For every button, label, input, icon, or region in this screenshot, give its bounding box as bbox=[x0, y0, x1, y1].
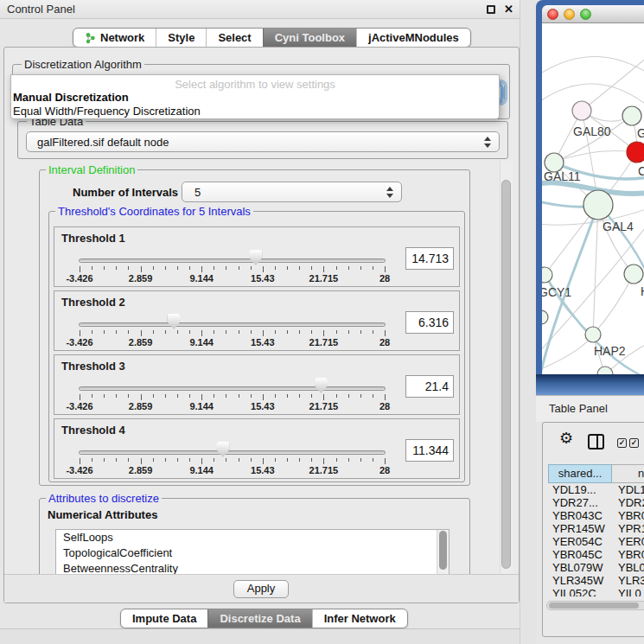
float-window-icon[interactable] bbox=[487, 5, 495, 14]
threshold-3-slider[interactable] bbox=[79, 386, 386, 391]
table-row[interactable]: YLR345WYLR3 bbox=[548, 574, 644, 587]
checkbox-icon[interactable]: ✓ bbox=[629, 438, 639, 448]
attribute-item[interactable]: TopologicalCoefficient bbox=[56, 545, 449, 561]
cell-name[interactable]: YPR1 bbox=[612, 522, 644, 535]
cell-shared-name[interactable]: YBR043C bbox=[548, 509, 612, 522]
tab-jactivemnodules[interactable]: jActiveMNodules bbox=[356, 29, 470, 47]
node-gal4[interactable] bbox=[583, 190, 613, 220]
bottom-tab-bar: Impute Data Discretize Data Infer Networ… bbox=[120, 609, 408, 628]
zoom-traffic-light-icon[interactable] bbox=[580, 9, 591, 20]
close-traffic-light-icon[interactable] bbox=[547, 9, 558, 20]
node-bottom[interactable] bbox=[597, 367, 613, 374]
tab-select[interactable]: Select bbox=[206, 29, 262, 47]
slider-thumb[interactable] bbox=[249, 250, 262, 265]
cell-shared-name[interactable]: YDR27... bbox=[548, 496, 612, 509]
scrollbar-thumb[interactable] bbox=[501, 180, 511, 569]
cell-name[interactable]: YER0 bbox=[612, 535, 644, 548]
tab-network[interactable]: Network bbox=[73, 29, 156, 47]
threshold-1-slider[interactable] bbox=[79, 258, 386, 263]
table-data-combobox[interactable]: galFiltered.sif default node bbox=[26, 131, 500, 152]
tick-mark bbox=[360, 330, 361, 334]
column-header-shared-name[interactable]: shared... bbox=[548, 464, 612, 483]
table-row[interactable]: YDL19...YDL1 bbox=[548, 483, 644, 496]
node-gcy1[interactable] bbox=[542, 267, 552, 283]
table-row[interactable]: YIL052CYIL0 bbox=[548, 587, 644, 596]
network-window-titlebar[interactable] bbox=[542, 5, 644, 23]
threshold-1-value-field[interactable]: 14.713 bbox=[405, 247, 454, 270]
tick-mark bbox=[153, 394, 154, 398]
tab-style[interactable]: Style bbox=[156, 29, 206, 47]
tick-mark bbox=[287, 458, 288, 462]
cell-name[interactable]: YBR0 bbox=[612, 548, 644, 561]
cell-shared-name[interactable]: YPR145W bbox=[548, 522, 612, 535]
cell-name[interactable]: YBR0 bbox=[612, 509, 644, 522]
slider-thumb[interactable] bbox=[216, 442, 229, 457]
table-row[interactable]: YPR145WYPR1 bbox=[548, 522, 644, 535]
table-row[interactable]: YBR045CYBR0 bbox=[548, 548, 644, 561]
node-gal80[interactable] bbox=[572, 101, 591, 120]
network-canvas[interactable]: GAL80 GA C GAL11 GAL4 GCY1 H HAP2 bbox=[542, 23, 644, 374]
node-hap2[interactable] bbox=[585, 327, 601, 342]
option-manual-discretization[interactable]: Manual Discretization bbox=[11, 91, 499, 105]
threshold-4-slider[interactable] bbox=[79, 450, 386, 455]
threshold-4-value-field[interactable]: 11.344 bbox=[405, 439, 454, 462]
node-ga[interactable] bbox=[622, 106, 641, 125]
tick-mark bbox=[263, 458, 264, 464]
column-header-name[interactable]: n bbox=[612, 464, 644, 483]
cell-shared-name[interactable]: YIL052C bbox=[548, 587, 612, 596]
cell-name[interactable]: YBL0 bbox=[612, 561, 644, 574]
panel-divider[interactable] bbox=[520, 0, 536, 644]
table-row[interactable]: YDR27...YDR2 bbox=[548, 496, 644, 509]
cell-shared-name[interactable]: YER054C bbox=[548, 535, 612, 548]
panel-scrollbar[interactable] bbox=[500, 161, 513, 574]
list-scrollbar[interactable] bbox=[437, 530, 449, 574]
tick-mark bbox=[177, 330, 178, 334]
slider-scale-label: -3.426 bbox=[66, 337, 92, 348]
slider-thumb[interactable] bbox=[315, 378, 328, 393]
tick-mark bbox=[263, 394, 264, 400]
apply-button[interactable]: Apply bbox=[233, 580, 289, 598]
table-row[interactable]: YER054CYER0 bbox=[548, 535, 644, 548]
minimize-traffic-light-icon[interactable] bbox=[564, 9, 575, 20]
cell-name[interactable]: YDR2 bbox=[612, 496, 644, 509]
slider-thumb[interactable] bbox=[168, 314, 181, 329]
tab-infer-network[interactable]: Infer Network bbox=[312, 609, 407, 628]
node-left-edge[interactable] bbox=[542, 310, 548, 324]
gear-icon[interactable]: ⚙ bbox=[559, 430, 573, 446]
columns-icon[interactable] bbox=[588, 434, 604, 450]
tick-mark bbox=[116, 458, 117, 462]
option-equal-width-frequency[interactable]: Equal Width/Frequency Discretization bbox=[11, 105, 499, 118]
close-icon[interactable]: ✕ bbox=[504, 3, 513, 16]
attribute-item[interactable]: SelfLoops bbox=[56, 530, 449, 545]
checkbox-icon[interactable]: ✓ bbox=[617, 438, 627, 448]
tick-mark bbox=[165, 330, 166, 334]
table-row[interactable]: YBL079WYBL0 bbox=[548, 561, 644, 574]
slider-scale-label: 21.715 bbox=[309, 337, 339, 348]
tab-impute-data[interactable]: Impute Data bbox=[121, 609, 207, 628]
threshold-2-slider[interactable] bbox=[79, 322, 386, 327]
threshold-2-value-field[interactable]: 6.316 bbox=[405, 311, 454, 334]
scrollbar-thumb[interactable] bbox=[549, 603, 639, 609]
table-horizontal-scrollbar[interactable] bbox=[546, 601, 644, 610]
node-red-selected[interactable] bbox=[627, 142, 644, 163]
cell-name[interactable]: YIL0 bbox=[612, 587, 644, 596]
cell-shared-name[interactable]: YDL19... bbox=[548, 483, 612, 496]
cell-shared-name[interactable]: YLR345W bbox=[548, 574, 612, 587]
cell-shared-name[interactable]: YBR045C bbox=[548, 548, 612, 561]
table-header-row: shared... n bbox=[548, 464, 644, 483]
table-row[interactable]: YBR043CYBR0 bbox=[548, 509, 644, 522]
cell-name[interactable]: YLR3 bbox=[612, 574, 644, 587]
threshold-3-value-field[interactable]: 21.4 bbox=[405, 375, 454, 398]
tab-jactivemnodules-label: jActiveMNodules bbox=[368, 29, 459, 47]
tick-mark bbox=[275, 330, 276, 334]
node-h[interactable] bbox=[624, 265, 643, 284]
attribute-item[interactable]: BetweennessCentrality bbox=[56, 561, 449, 575]
scrollbar-thumb[interactable] bbox=[439, 531, 447, 570]
number-of-intervals-combobox[interactable]: 5 bbox=[182, 182, 402, 202]
tab-cyni-toolbox[interactable]: Cyni Toolbox bbox=[263, 29, 356, 47]
cell-shared-name[interactable]: YBL079W bbox=[548, 561, 612, 574]
tick-mark bbox=[239, 266, 239, 270]
cell-name[interactable]: YDL1 bbox=[612, 483, 644, 496]
tick-mark bbox=[311, 330, 312, 334]
tab-discretize-data[interactable]: Discretize Data bbox=[207, 609, 311, 628]
